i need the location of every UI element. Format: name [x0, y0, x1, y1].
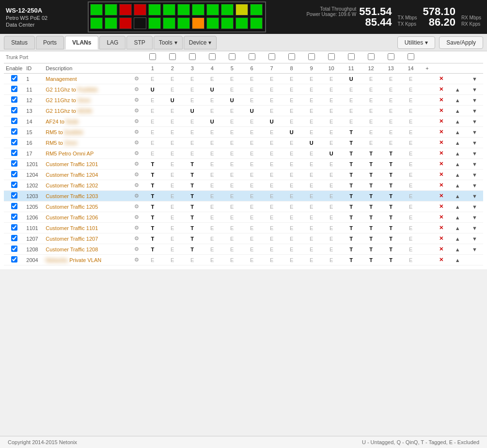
move-down-button[interactable]: ▼: [466, 212, 483, 223]
gear-icon[interactable]: ⚙: [134, 235, 139, 241]
port-cell-10[interactable]: E: [321, 223, 341, 233]
gear-cell[interactable]: ⚙: [131, 95, 142, 106]
move-down-button[interactable]: ▼: [466, 84, 483, 95]
up-arrow-icon[interactable]: ▲: [455, 236, 460, 242]
gear-icon[interactable]: ⚙: [134, 118, 139, 124]
port-cell-4[interactable]: E: [202, 95, 222, 106]
port-cell-8[interactable]: E: [282, 74, 301, 84]
port-cell-3[interactable]: E: [182, 138, 202, 148]
port-cell-6[interactable]: E: [242, 159, 262, 170]
port-cell-13[interactable]: T: [381, 223, 401, 233]
port-cell-4[interactable]: E: [202, 180, 222, 191]
move-up-button[interactable]: ▲: [449, 84, 466, 95]
vlan-description[interactable]: G2 11Ghz to Omni: [44, 95, 131, 106]
gear-icon[interactable]: ⚙: [134, 225, 139, 231]
port-cell-9[interactable]: E: [301, 201, 321, 212]
port-cell-14[interactable]: E: [401, 138, 421, 148]
port-cell-8[interactable]: E: [282, 212, 301, 223]
port-cell-4[interactable]: E: [202, 127, 222, 138]
port-cell-5[interactable]: E: [222, 138, 242, 148]
port-cell-5[interactable]: E: [222, 212, 242, 223]
move-down-button[interactable]: ▼: [466, 74, 483, 84]
vlan-description[interactable]: G2 11Ghz to KEDA: [44, 106, 131, 116]
up-arrow-icon[interactable]: ▲: [455, 215, 460, 220]
trunk-checkbox-12[interactable]: [368, 53, 375, 60]
port-cell-2[interactable]: E: [162, 180, 182, 191]
move-up-button[interactable]: ▲: [449, 148, 466, 159]
port-cell-4[interactable]: E: [202, 212, 222, 223]
enable-checkbox[interactable]: [11, 256, 17, 263]
port-cell-10[interactable]: U: [321, 148, 341, 159]
vlan-description[interactable]: Customer Traffic 1207: [44, 233, 131, 244]
trunk-checkbox-9[interactable]: [308, 53, 315, 60]
port-cell-5[interactable]: E: [222, 201, 242, 212]
gear-icon[interactable]: ⚙: [134, 193, 139, 199]
tab-stp[interactable]: STP: [126, 36, 152, 49]
move-up-button[interactable]: ▲: [449, 255, 466, 265]
vlan-description[interactable]: Customer Traffic 1203: [44, 191, 131, 201]
port-cell-10[interactable]: E: [321, 95, 341, 106]
port-cell-7[interactable]: E: [262, 244, 282, 255]
delete-button[interactable]: ✕: [434, 201, 449, 212]
port-cell-5[interactable]: E: [222, 255, 242, 265]
gear-cell[interactable]: ⚙: [131, 159, 142, 170]
col-header-add[interactable]: +: [421, 63, 434, 74]
port-cell-1[interactable]: E: [142, 74, 162, 84]
port-cell-6[interactable]: E: [242, 170, 262, 180]
port-cell-1[interactable]: E: [142, 255, 162, 265]
enable-checkbox[interactable]: [11, 192, 17, 199]
port-cell-3[interactable]: T: [182, 180, 202, 191]
move-up-button[interactable]: ▲: [449, 116, 466, 127]
down-arrow-icon[interactable]: ▼: [472, 87, 477, 93]
port-cell-10[interactable]: E: [321, 201, 341, 212]
port-cell-3[interactable]: E: [182, 148, 202, 159]
port-cell-6[interactable]: E: [242, 255, 262, 265]
delete-button[interactable]: ✕: [434, 74, 449, 84]
port-cell-11[interactable]: U: [341, 74, 361, 84]
port-cell-13[interactable]: T: [381, 191, 401, 201]
port-cell-12[interactable]: T: [361, 148, 381, 159]
move-up-button[interactable]: ▲: [449, 223, 466, 233]
port-cell-13[interactable]: T: [381, 148, 401, 159]
port-cell-11[interactable]: T: [341, 159, 361, 170]
port-cell-11[interactable]: T: [341, 138, 361, 148]
down-arrow-icon[interactable]: ▼: [472, 108, 477, 114]
port-cell-5[interactable]: E: [222, 116, 242, 127]
up-arrow-icon[interactable]: ▲: [455, 183, 460, 188]
port-cell-5[interactable]: E: [222, 233, 242, 244]
port-cell-10[interactable]: E: [321, 255, 341, 265]
port-cell-6[interactable]: E: [242, 212, 262, 223]
port-cell-12[interactable]: T: [361, 223, 381, 233]
port-cell-5[interactable]: E: [222, 191, 242, 201]
port-cell-13[interactable]: T: [381, 201, 401, 212]
port-cell-12[interactable]: E: [361, 74, 381, 84]
port-cell-5[interactable]: E: [222, 127, 242, 138]
delete-button[interactable]: ✕: [434, 191, 449, 201]
down-arrow-icon[interactable]: ▼: [472, 119, 477, 124]
gear-cell[interactable]: ⚙: [131, 191, 142, 201]
vlan-description[interactable]: G2 11Ghz to Pushlink: [44, 84, 131, 95]
enable-checkbox[interactable]: [11, 96, 17, 103]
tab-vlans[interactable]: VLANs: [65, 36, 98, 49]
delete-icon[interactable]: ✕: [439, 161, 443, 167]
vlan-description[interactable]: AF24 to Node: [44, 116, 131, 127]
move-down-button[interactable]: ▼: [466, 223, 483, 233]
port-cell-2[interactable]: E: [162, 74, 182, 84]
move-down-button[interactable]: ▼: [466, 170, 483, 180]
port-cell-2[interactable]: E: [162, 233, 182, 244]
port-cell-4[interactable]: U: [202, 116, 222, 127]
port-cell-2[interactable]: E: [162, 223, 182, 233]
enable-checkbox[interactable]: [11, 128, 17, 135]
gear-icon[interactable]: ⚙: [134, 76, 139, 81]
port-cell-3[interactable]: T: [182, 212, 202, 223]
down-arrow-icon[interactable]: ▼: [472, 204, 477, 210]
port-cell-2[interactable]: E: [162, 148, 182, 159]
port-cell-7[interactable]: E: [262, 180, 282, 191]
tab-status[interactable]: Status: [4, 36, 35, 49]
gear-icon[interactable]: ⚙: [134, 214, 139, 220]
port-cell-9[interactable]: E: [301, 223, 321, 233]
vlan-description[interactable]: Customer Traffic 1101: [44, 223, 131, 233]
port-cell-9[interactable]: U: [301, 138, 321, 148]
port-cell-7[interactable]: E: [262, 95, 282, 106]
port-cell-2[interactable]: E: [162, 212, 182, 223]
